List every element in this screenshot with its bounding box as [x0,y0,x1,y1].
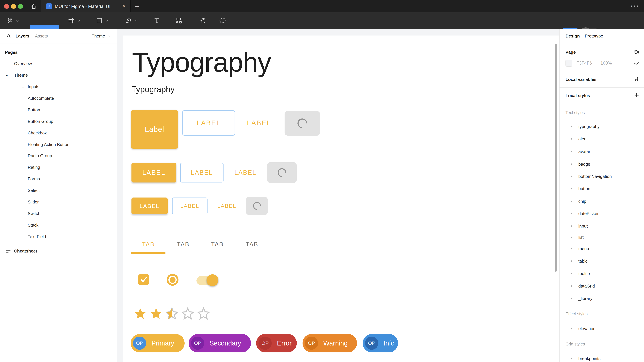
expand-icon[interactable] [571,285,572,287]
expand-icon[interactable] [571,188,572,190]
text-button-large[interactable]: LABEL [244,110,274,136]
text-tool-icon[interactable] [153,17,160,24]
window-menu-icon[interactable]: ••• [631,4,640,9]
expand-icon[interactable] [571,327,572,330]
resources-tool-icon[interactable] [175,17,182,24]
expand-icon[interactable] [571,297,572,300]
tab-2[interactable]: TAB [166,237,200,252]
expand-icon[interactable] [571,138,572,140]
page-selector[interactable]: Theme [92,34,105,39]
chip-error[interactable]: OP Error [256,334,297,352]
contained-button-small[interactable]: LABEL [132,198,168,214]
sidebar-item-inputs[interactable]: ↓ Inputs [0,81,117,92]
traffic-light-minimize[interactable] [11,4,16,9]
variables-sliders-icon[interactable] [634,76,640,83]
contained-button-large[interactable]: Label [131,110,178,149]
sidebar-item-theme[interactable]: ✓ Theme [0,69,117,81]
style-row-alert[interactable]: alert [578,136,587,141]
style-row-library[interactable]: _library [578,296,592,301]
tab-1-selected[interactable]: TAB [131,237,166,252]
traffic-light-zoom[interactable] [18,4,23,9]
shape-tool-icon[interactable] [96,17,103,24]
main-menu-figma-icon[interactable] [6,17,14,24]
style-row-breakpoints[interactable]: breakpoints [578,356,600,361]
style-row-menu[interactable]: menu [578,246,589,251]
chip-secondary[interactable]: OP Secondary [189,334,251,352]
frame-tool-icon[interactable] [68,17,75,24]
style-row-datagrid[interactable]: dataGrid [578,284,595,289]
sidebar-item-overview[interactable]: Overview [0,58,131,69]
style-row-avatar[interactable]: avatar [578,149,590,154]
expand-icon[interactable] [571,357,572,360]
expand-icon[interactable] [571,150,572,153]
tab-3[interactable]: TAB [200,237,234,252]
expand-icon[interactable] [571,175,572,177]
style-row-elevation[interactable]: elevation [578,326,596,331]
page-color-opacity[interactable]: 100% [600,61,612,66]
chip-warning[interactable]: OP Warning [302,334,357,352]
contained-button-medium[interactable]: LABEL [132,163,176,183]
search-icon[interactable] [6,33,12,40]
switch-thumb[interactable] [206,274,218,286]
style-row-table[interactable]: table [578,259,588,264]
star-empty-icon[interactable] [180,306,195,321]
tab-prototype[interactable]: Prototype [585,34,603,39]
star-half-icon[interactable] [165,306,179,321]
traffic-light-close[interactable] [4,4,9,9]
checkbox-checked[interactable] [138,274,149,285]
styles-icon[interactable] [633,49,640,56]
page-selector-chevron-up-icon[interactable] [107,34,111,39]
loading-button-medium[interactable] [267,162,296,183]
frame-tool-chevron-icon[interactable] [77,19,80,23]
comment-tool-icon[interactable] [219,17,226,24]
radio-selected[interactable] [166,274,178,286]
pen-tool-icon[interactable] [125,17,132,24]
main-menu-chevron-icon[interactable] [16,19,19,23]
style-row-typography[interactable]: typography [578,124,600,129]
style-row-badge[interactable]: badge [578,162,590,167]
tab-assets[interactable]: Assets [35,34,48,39]
star-empty-icon[interactable] [196,306,211,321]
text-button-medium[interactable]: LABEL [232,163,259,183]
chip-primary[interactable]: OP Primary [131,334,184,352]
style-row-chip[interactable]: chip [578,199,586,204]
page-color-hex[interactable]: F3F4F6 [576,61,592,66]
expand-icon[interactable] [571,236,572,239]
page-color-swatch[interactable] [566,60,572,67]
new-tab-button[interactable]: + [133,2,141,11]
shape-tool-chevron-icon[interactable] [105,19,108,23]
outlined-button-medium[interactable]: LABEL [180,163,224,183]
expand-icon[interactable] [571,212,572,215]
text-button-small[interactable]: LABEL [214,198,239,214]
style-row-input[interactable]: input [578,224,588,229]
style-row-datepicker[interactable]: datePicker [578,211,599,216]
star-full-icon[interactable] [149,306,163,321]
expand-icon[interactable] [571,260,572,262]
expand-icon[interactable] [571,247,572,250]
chip-info[interactable]: OP Info [363,334,398,352]
home-icon[interactable] [30,3,37,11]
hand-tool-icon[interactable] [200,17,207,24]
star-full-icon[interactable] [133,306,148,321]
eye-closed-icon[interactable] [633,60,640,67]
style-row-bottomnavigation[interactable]: bottomNavigation [578,174,612,179]
style-row-button[interactable]: button [578,186,590,191]
expand-icon[interactable] [571,225,572,227]
pen-tool-chevron-icon[interactable] [134,19,138,23]
tab-4[interactable]: TAB [235,237,269,252]
sidebar-item-cheatsheet[interactable]: Cheatsheet [0,245,117,257]
loading-button-small[interactable] [246,197,268,215]
loading-button-large[interactable] [284,111,320,136]
rating-stars[interactable] [133,306,211,321]
add-page-icon[interactable] [105,49,111,56]
add-style-icon[interactable] [634,92,640,99]
style-row-list[interactable]: list [578,235,584,240]
close-tab-icon[interactable]: ✕ [121,3,127,9]
outlined-button-small[interactable]: LABEL [172,198,208,214]
canvas-scrollbar[interactable] [554,44,557,272]
expand-icon[interactable] [571,272,572,275]
outlined-button-large[interactable]: LABEL [182,110,235,136]
tab-design[interactable]: Design [566,34,580,39]
tab-layers[interactable]: Layers [16,34,29,39]
style-row-tooltip[interactable]: tooltip [578,271,590,276]
